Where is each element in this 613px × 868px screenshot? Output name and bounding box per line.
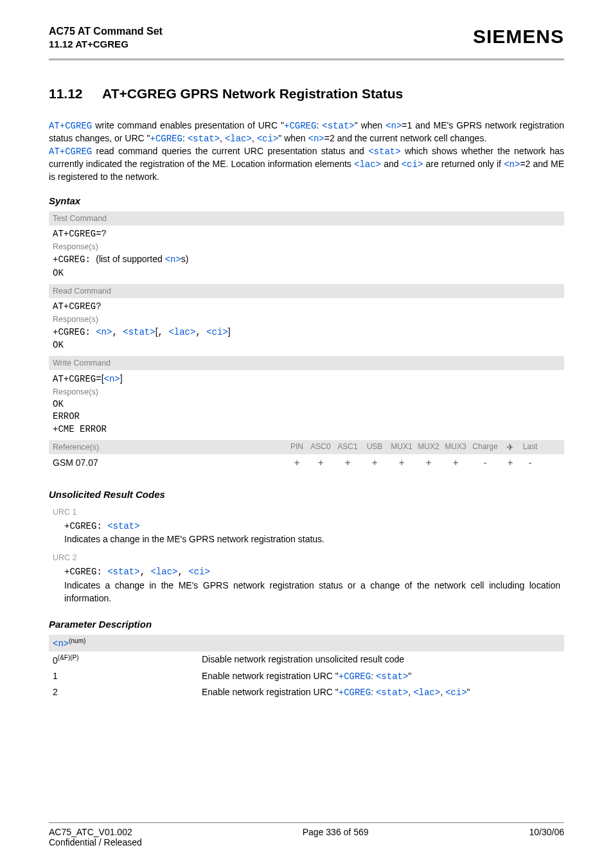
col-mux1: MUX1	[388, 442, 415, 452]
param-link-n[interactable]: <n>	[308, 134, 324, 144]
param-key: 1	[53, 671, 202, 682]
header-left: AC75 AT Command Set 11.12 AT+CGREG	[49, 26, 163, 49]
urc1-body: +CGREG: <stat> Indicates a change in the…	[49, 517, 564, 546]
write-response: OK ERROR +CME ERROR	[49, 396, 564, 440]
param-link-n[interactable]: <n>	[96, 327, 112, 337]
syntax-block: Test Command AT+CGREG=? Response(s) +CGR…	[49, 211, 564, 470]
param-value: Disable network registration unsolicited…	[202, 654, 560, 666]
val-mux3: +	[442, 457, 469, 468]
footer-row: AC75_ATC_V01.002 Confidential / Released…	[49, 827, 564, 847]
parameter-table: <n>(num) 0(&F)(P) Disable network regist…	[49, 635, 564, 700]
reference-value-row: GSM 07.07 + + + + + + + - + -	[49, 454, 564, 471]
doc-title: AC75 AT Command Set	[49, 26, 163, 37]
col-usb: USB	[361, 442, 388, 452]
param-row-0: 0(&F)(P) Disable network registration un…	[49, 651, 564, 668]
col-mux3: MUX3	[442, 442, 469, 452]
val-asc0: +	[307, 457, 334, 468]
read-response: +CGREG: <n>, <stat>[, <lac>, <ci>] OK	[49, 324, 564, 356]
param-value: Enable network registration URC "+CGREG:…	[202, 671, 560, 682]
col-mux2: MUX2	[415, 442, 442, 452]
param-link-ci[interactable]: <ci>	[257, 134, 279, 144]
test-command: AT+CGREG=?	[49, 226, 564, 241]
page-document: AC75 AT Command Set 11.12 AT+CGREG SIEME…	[0, 0, 613, 868]
reference-header-row: Reference(s) PIN ASC0 ASC1 USB MUX1 MUX2…	[49, 440, 564, 454]
write-command: AT+CGREG=[<n>]	[49, 370, 564, 386]
doc-classification: Confidential / Released	[49, 837, 142, 847]
urc-link[interactable]: +CGREG	[339, 671, 371, 682]
urc2-desc: Indicates a change in the ME's GPRS netw…	[64, 580, 560, 603]
param-head-n: <n>(num)	[49, 635, 564, 651]
val-mux2: +	[415, 457, 442, 468]
val-asc1: +	[334, 457, 361, 468]
doc-section-ref: 11.12 AT+CGREG	[49, 39, 163, 49]
footer-date: 10/30/06	[529, 827, 565, 847]
col-last: Last	[519, 442, 541, 452]
syntax-heading: Syntax	[49, 195, 564, 206]
footer-divider	[49, 822, 564, 823]
col-airplane: ✈	[501, 442, 519, 452]
reference-columns: PIN ASC0 ASC1 USB MUX1 MUX2 MUX3 Charge …	[287, 442, 541, 452]
col-pin: PIN	[287, 442, 307, 452]
param-link-n[interactable]: <n>	[104, 374, 120, 384]
ok-text: OK	[53, 399, 64, 409]
reference-values: + + + + + + + - + -	[287, 457, 541, 468]
param-link-lac[interactable]: <lac>	[225, 134, 252, 144]
urc-link[interactable]: +CGREG	[150, 134, 182, 144]
airplane-icon: ✈	[506, 442, 514, 452]
read-command-label: Read Command	[49, 284, 564, 298]
footer-page: Page 336 of 569	[142, 827, 529, 847]
val-mux1: +	[388, 457, 415, 468]
param-link-ci[interactable]: <ci>	[188, 567, 210, 577]
param-link-n[interactable]: <n>	[165, 254, 181, 265]
response-label: Response(s)	[49, 241, 564, 251]
cmd-link[interactable]: AT+CGREG	[49, 146, 92, 157]
param-link-stat[interactable]: <stat>	[123, 327, 155, 337]
write-command-label: Write Command	[49, 356, 564, 370]
param-link-stat[interactable]: <stat>	[376, 687, 408, 698]
reference-value-label: GSM 07.07	[53, 457, 287, 468]
header-divider	[49, 58, 564, 60]
param-link-ci[interactable]: <ci>	[445, 687, 467, 698]
page-footer: AC75_ATC_V01.002 Confidential / Released…	[49, 822, 564, 847]
param-sup: (&F)(P)	[58, 654, 79, 661]
urc-link[interactable]: +CGREG	[284, 121, 316, 131]
param-link-stat[interactable]: <stat>	[107, 567, 139, 577]
ok-text: OK	[53, 268, 64, 278]
param-link-n[interactable]: <n>	[504, 159, 520, 170]
param-link-n[interactable]: <n>	[386, 121, 402, 131]
urc2-body: +CGREG: <stat>, <lac>, <ci> Indicates a …	[49, 562, 564, 605]
section-heading: 11.12 AT+CGREG GPRS Network Registration…	[49, 86, 564, 102]
urc1-desc: Indicates a change in the ME's GPRS netw…	[64, 534, 324, 544]
urc1-label: URC 1	[49, 508, 564, 517]
param-link-lac[interactable]: <lac>	[354, 159, 381, 170]
param-link-lac[interactable]: <lac>	[168, 327, 195, 337]
param-link-n[interactable]: <n>	[53, 639, 69, 649]
error-text: ERROR	[53, 411, 80, 421]
section-title: AT+CGREG GPRS Network Registration Statu…	[102, 86, 403, 101]
params-heading: Parameter Description	[49, 619, 564, 630]
test-command-label: Test Command	[49, 211, 564, 226]
col-asc1: ASC1	[334, 442, 361, 452]
param-row-1: 1 Enable network registration URC "+CGRE…	[49, 668, 564, 684]
test-response: +CGREG: (list of supported <n>s) OK	[49, 251, 564, 283]
footer-left: AC75_ATC_V01.002 Confidential / Released	[49, 827, 142, 847]
cme-error-text: +CME ERROR	[53, 424, 107, 434]
read-command: AT+CGREG?	[49, 298, 564, 314]
param-link-stat[interactable]: <stat>	[322, 121, 354, 131]
brand-logo: SIEMENS	[473, 26, 564, 48]
param-link-ci[interactable]: <ci>	[402, 159, 423, 170]
urc-link[interactable]: +CGREG	[339, 687, 371, 698]
val-charge: -	[469, 457, 501, 468]
param-link-stat[interactable]: <stat>	[188, 134, 220, 144]
param-link-stat[interactable]: <stat>	[376, 671, 408, 682]
param-key: 0(&F)(P)	[53, 654, 202, 666]
param-link-lac[interactable]: <lac>	[150, 567, 177, 577]
cmd-link[interactable]: AT+CGREG	[49, 121, 92, 131]
ok-text: OK	[53, 340, 64, 350]
param-link-lac[interactable]: <lac>	[413, 687, 440, 698]
section-description: AT+CGREG write command enables presentat…	[49, 120, 564, 182]
param-link-stat[interactable]: <stat>	[107, 521, 139, 531]
param-link-stat[interactable]: <stat>	[368, 146, 400, 157]
param-link-ci[interactable]: <ci>	[206, 327, 228, 337]
urc-section: URC 1 +CGREG: <stat> Indicates a change …	[49, 508, 564, 605]
